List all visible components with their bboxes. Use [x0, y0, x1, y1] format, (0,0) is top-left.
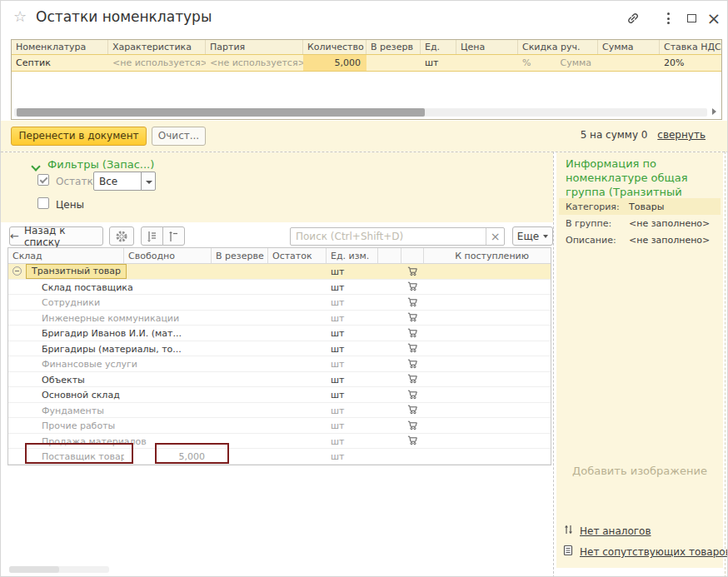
cart-icon[interactable] — [401, 341, 424, 356]
hscrollbar-thumb[interactable] — [17, 108, 425, 117]
cell-empty — [401, 449, 424, 464]
expand-tree-button[interactable] — [141, 226, 163, 246]
col-quantity[interactable]: Количество — [303, 40, 366, 54]
get-link-icon[interactable] — [624, 10, 642, 27]
cart-icon[interactable] — [401, 434, 424, 449]
category-row: Категория: Товары — [559, 198, 721, 215]
collapse-all-icon — [168, 231, 180, 242]
col-manual-discount[interactable]: Скидка руч. — [518, 40, 598, 54]
table-row[interactable]: Финансовые услуги шт — [8, 356, 551, 372]
cell-empty — [268, 434, 327, 449]
cell-empty — [424, 403, 551, 418]
cell-empty — [378, 387, 401, 402]
search-input[interactable] — [291, 228, 486, 245]
panel-splitter[interactable] — [553, 152, 554, 577]
collapse-tree-button[interactable] — [162, 226, 185, 246]
app-window: Остатки номенклатуры Номенклатура Характ… — [0, 0, 728, 577]
table-row[interactable]: Продажа материалов шт — [8, 434, 551, 450]
filters-title[interactable]: Фильтры (Запас...) — [47, 158, 154, 171]
cart-icon[interactable] — [401, 387, 424, 402]
table-row[interactable]: Инженерные коммуникации шт — [8, 311, 551, 326]
collapse-group-icon[interactable] — [12, 266, 22, 276]
table-row[interactable]: Прочие работы шт — [8, 418, 551, 434]
col-remainder[interactable]: Остаток — [268, 248, 327, 263]
more-button[interactable]: Еще — [512, 226, 553, 246]
warehouse-hscrollbar[interactable] — [9, 566, 109, 573]
table-row[interactable]: Объекты шт — [8, 372, 551, 388]
table-row[interactable]: Бригадир Иванов И.И. (мат... шт — [8, 326, 551, 341]
col-reserve[interactable]: В резерв — [366, 40, 421, 54]
table-row-group[interactable]: Транзитный товар шт — [8, 264, 551, 280]
table-row[interactable]: Фундаменты шт — [8, 403, 551, 419]
cell-warehouse: Основной склад — [8, 387, 212, 402]
cell-reserve — [366, 55, 421, 71]
col-batch[interactable]: Партия — [206, 40, 303, 54]
table-row[interactable]: Бригадиры (материалы, то... шт — [8, 341, 551, 357]
col-price[interactable]: Цена — [456, 40, 518, 54]
cart-icon[interactable] — [401, 418, 424, 433]
warehouse-table: Склад Свободно В резерве Остаток Ед. изм… — [7, 247, 551, 465]
table-row[interactable]: Склад поставщика шт — [8, 280, 551, 296]
caret-down-icon — [543, 235, 548, 238]
cart-icon[interactable] — [401, 280, 424, 295]
table-row[interactable]: Сотрудники шт — [8, 295, 551, 311]
right-edge-splitter[interactable] — [725, 152, 726, 577]
cell-empty — [268, 372, 327, 387]
add-image-link[interactable]: Добавить изображение — [556, 465, 723, 477]
settings-button[interactable] — [109, 226, 134, 246]
favorite-star-icon[interactable] — [12, 8, 28, 25]
col-unit[interactable]: Ед. — [421, 40, 456, 54]
leftovers-select-dropdown-icon[interactable] — [141, 172, 156, 191]
maximize-icon[interactable] — [682, 10, 701, 27]
col-sum[interactable]: Сумма — [598, 40, 660, 54]
cell-empty — [424, 372, 551, 387]
transfer-to-document-button[interactable]: Перенести в документ — [11, 127, 147, 146]
table-row[interactable]: Основной склад шт — [8, 387, 551, 403]
cart-icon[interactable] — [401, 403, 424, 418]
menu-kebab-icon[interactable] — [659, 10, 677, 27]
prices-checkbox[interactable] — [37, 197, 49, 209]
cart-icon[interactable] — [401, 356, 424, 371]
cell-empty — [212, 295, 268, 310]
back-to-list-button[interactable]: Назад к списку — [9, 226, 103, 246]
cell-unit: шт — [421, 55, 456, 71]
cart-icon[interactable] — [401, 264, 424, 279]
cart-icon[interactable] — [401, 326, 424, 341]
leftovers-checkbox[interactable] — [37, 174, 49, 186]
col-nomenclature[interactable]: Номенклатура — [12, 40, 108, 54]
cell-free: 5,000 — [124, 449, 212, 464]
cell-empty — [268, 403, 327, 418]
col-incoming[interactable]: К поступлению — [424, 248, 551, 263]
search-clear-icon[interactable]: × — [486, 228, 504, 245]
col-characteristic[interactable]: Характеристика — [108, 40, 206, 54]
col-vat-rate[interactable]: Ставка НДС — [660, 40, 721, 54]
cell-empty — [212, 372, 268, 387]
chevron-down-icon[interactable] — [31, 162, 40, 171]
description-label: Описание: — [559, 231, 627, 248]
col-in-reserve[interactable]: В резерве — [212, 248, 268, 263]
category-value: Товары — [627, 198, 721, 215]
cell-empty — [378, 449, 401, 464]
cart-icon[interactable] — [401, 372, 424, 387]
table-row-supplier-3[interactable]: Поставщик товара 3 5,000 шт — [8, 449, 551, 465]
hscroll-right-arrow-icon[interactable] — [712, 108, 716, 115]
cart-icon[interactable] — [401, 311, 424, 326]
cart-icon[interactable] — [401, 295, 424, 310]
cell-unit: шт — [327, 311, 378, 326]
filters-section: Фильтры (Запас...) Остатки Все Цены — [1, 152, 553, 222]
leftovers-select[interactable]: Все — [93, 172, 142, 191]
close-icon[interactable] — [705, 10, 723, 27]
col-unit-of-measure[interactable]: Ед. изм. — [327, 248, 378, 263]
collapse-link[interactable]: свернуть — [657, 129, 706, 141]
items-table: Номенклатура Характеристика Партия Колич… — [11, 39, 722, 120]
col-warehouse[interactable]: Склад — [8, 248, 124, 263]
cell-warehouse: Бригадир Иванов И.И. (мат... — [8, 326, 212, 341]
clear-button[interactable]: Очист... — [152, 127, 206, 146]
hscrollbar-thumb[interactable] — [9, 566, 59, 573]
no-analogs-link[interactable]: Нет аналогов — [580, 525, 651, 537]
items-table-hscrollbar[interactable] — [14, 108, 707, 117]
cell-empty — [212, 387, 268, 402]
col-free[interactable]: Свободно — [124, 248, 212, 263]
no-related-products-link[interactable]: Нет сопутствующих товаров — [580, 546, 728, 558]
items-table-row[interactable]: Септик <не используется> <не используетс… — [12, 54, 721, 72]
